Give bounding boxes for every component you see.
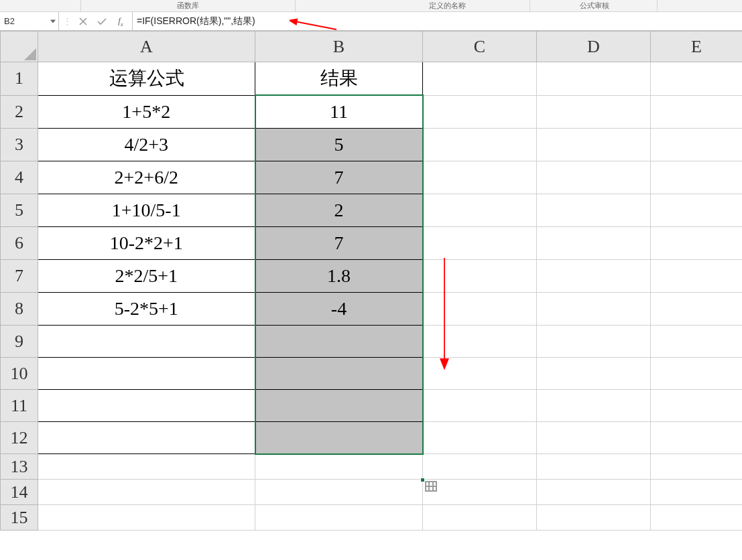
name-box[interactable] <box>0 12 59 30</box>
row-header[interactable]: 13 <box>1 454 38 480</box>
cell[interactable] <box>651 454 743 480</box>
cell[interactable] <box>651 326 743 358</box>
cell[interactable] <box>537 422 651 454</box>
cell[interactable] <box>255 480 423 505</box>
row-header[interactable]: 3 <box>1 129 38 161</box>
row-header[interactable]: 4 <box>1 161 38 194</box>
col-header-A[interactable]: A <box>38 31 255 62</box>
cell[interactable] <box>38 358 255 390</box>
row-header[interactable]: 12 <box>1 422 38 454</box>
cell[interactable] <box>651 129 743 161</box>
cell[interactable] <box>537 358 651 390</box>
cell[interactable]: 2 <box>255 194 423 227</box>
cell[interactable] <box>423 505 537 531</box>
fill-handle[interactable] <box>420 478 425 482</box>
row-header[interactable]: 5 <box>1 194 38 227</box>
cell[interactable]: 运算公式 <box>38 62 255 96</box>
cell[interactable] <box>651 480 743 505</box>
cell[interactable]: 5-2*5+1 <box>38 293 255 326</box>
cell[interactable]: 2+2+6/2 <box>38 161 255 194</box>
cell[interactable] <box>651 293 743 326</box>
cell[interactable] <box>537 161 651 194</box>
cell[interactable] <box>423 454 537 480</box>
cell[interactable] <box>255 505 423 531</box>
cell[interactable] <box>423 390 537 422</box>
enter-button[interactable] <box>93 14 111 29</box>
quick-analysis-icon[interactable] <box>425 481 437 492</box>
cell[interactable] <box>537 505 651 531</box>
cell[interactable] <box>423 358 537 390</box>
cell[interactable] <box>537 480 651 505</box>
row-header[interactable]: 14 <box>1 480 38 505</box>
cell[interactable]: 10-2*2+1 <box>38 227 255 260</box>
cell[interactable] <box>423 194 537 227</box>
col-header-E[interactable]: E <box>651 31 743 62</box>
insert-function-button[interactable]: fx <box>112 14 129 29</box>
name-box-input[interactable] <box>4 16 54 26</box>
cell[interactable] <box>537 227 651 260</box>
row-header[interactable]: 15 <box>1 505 38 531</box>
row-header[interactable]: 6 <box>1 227 38 260</box>
formula-input[interactable]: =IF(ISERROR(结果),"",结果) <box>133 12 742 30</box>
cell[interactable] <box>651 194 743 227</box>
cell[interactable] <box>651 161 743 194</box>
cell[interactable] <box>423 480 537 505</box>
row-header[interactable]: 11 <box>1 390 38 422</box>
cell[interactable]: 5 <box>255 129 423 161</box>
cell[interactable] <box>537 293 651 326</box>
row-header[interactable]: 9 <box>1 326 38 358</box>
cell[interactable] <box>537 129 651 161</box>
cell[interactable]: 4/2+3 <box>38 129 255 161</box>
cell[interactable] <box>255 358 423 390</box>
cell[interactable] <box>423 161 537 194</box>
cell[interactable] <box>537 194 651 227</box>
cell[interactable] <box>255 422 423 454</box>
row-header[interactable]: 10 <box>1 358 38 390</box>
cell[interactable] <box>537 326 651 358</box>
cell[interactable] <box>651 422 743 454</box>
cell[interactable]: 7 <box>255 227 423 260</box>
cell[interactable] <box>255 454 423 480</box>
cell[interactable] <box>38 422 255 454</box>
cell[interactable] <box>423 326 537 358</box>
cell-active[interactable]: 11 <box>255 95 423 129</box>
cell[interactable] <box>651 505 743 531</box>
col-header-D[interactable]: D <box>537 31 651 62</box>
cell[interactable] <box>423 422 537 454</box>
cell[interactable] <box>537 454 651 480</box>
col-header-C[interactable]: C <box>423 31 537 62</box>
cell[interactable] <box>651 62 743 96</box>
cell[interactable] <box>537 390 651 422</box>
cell[interactable] <box>651 358 743 390</box>
cell[interactable]: 1+10/5-1 <box>38 194 255 227</box>
cell[interactable] <box>255 390 423 422</box>
cell[interactable] <box>38 454 255 480</box>
cell[interactable] <box>423 62 537 96</box>
cell[interactable] <box>651 95 743 129</box>
cell[interactable] <box>537 260 651 293</box>
row-header[interactable]: 2 <box>1 95 38 129</box>
cell[interactable]: 1+5*2 <box>38 95 255 129</box>
col-header-B[interactable]: B <box>255 31 423 62</box>
cell[interactable] <box>38 480 255 505</box>
cell[interactable] <box>38 390 255 422</box>
cell[interactable] <box>423 227 537 260</box>
cell[interactable] <box>537 95 651 129</box>
cell[interactable]: -4 <box>255 293 423 326</box>
cancel-button[interactable] <box>74 14 92 29</box>
select-all-corner[interactable] <box>1 31 38 62</box>
row-header[interactable]: 8 <box>1 293 38 326</box>
spreadsheet[interactable]: A B C D E 1 运算公式 结果 2 1+5*2 11 3 4/2+3 5… <box>0 31 742 531</box>
cell[interactable] <box>651 227 743 260</box>
cell[interactable] <box>423 129 537 161</box>
cell[interactable] <box>651 260 743 293</box>
cell[interactable] <box>423 293 537 326</box>
chevron-down-icon[interactable] <box>50 19 56 23</box>
cell[interactable] <box>423 95 537 129</box>
row-header[interactable]: 7 <box>1 260 38 293</box>
cell[interactable] <box>651 390 743 422</box>
cell[interactable]: 结果 <box>255 62 423 96</box>
cell[interactable]: 2*2/5+1 <box>38 260 255 293</box>
cell[interactable] <box>38 505 255 531</box>
cell[interactable] <box>537 62 651 96</box>
